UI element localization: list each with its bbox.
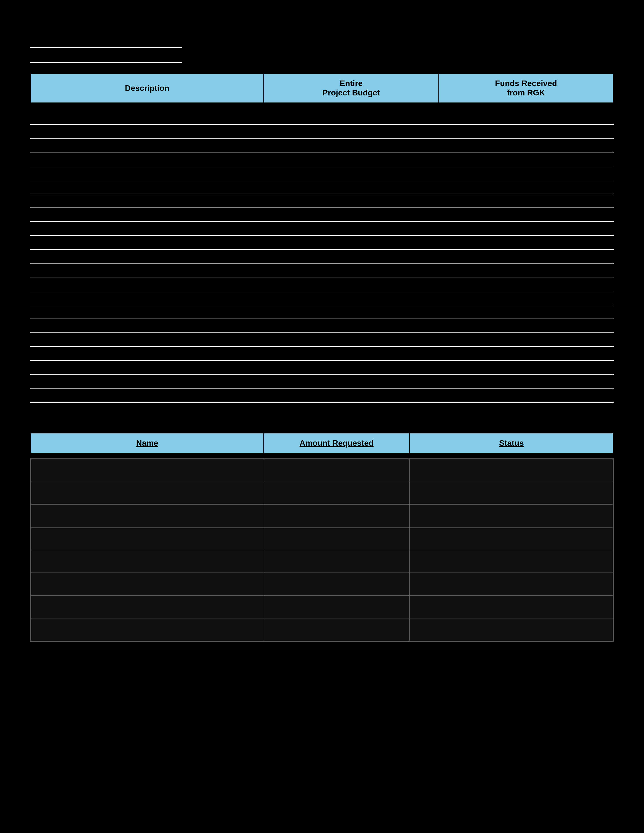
budget-desc-cell	[30, 180, 264, 194]
budget-row	[30, 319, 614, 333]
budget-desc-cell	[30, 291, 264, 305]
gap-section	[30, 413, 614, 433]
grant-status-cell	[409, 595, 613, 618]
budget-desc-cell	[30, 347, 264, 360]
rgk-amount-cell	[439, 263, 614, 277]
grant-amount-cell	[264, 595, 409, 618]
grant-name-cell	[31, 618, 264, 641]
grant-name-cell	[31, 527, 264, 550]
budget-row	[30, 291, 614, 305]
budget-row	[30, 194, 614, 208]
rgk-amount-cell	[439, 347, 614, 360]
grant-status-cell	[409, 505, 613, 527]
budget-desc-cell	[30, 208, 264, 222]
rgk-amount-cell	[439, 208, 614, 222]
rgk-amount-cell	[439, 152, 614, 166]
budget-amount-cell	[264, 374, 439, 388]
grants-row	[31, 550, 613, 573]
budget-desc-cell	[30, 194, 264, 208]
grants-row	[31, 459, 613, 482]
budget-data-table	[30, 111, 614, 403]
grant-amount-cell	[264, 527, 409, 550]
rgk-amount-cell	[439, 388, 614, 402]
amount-requested-header: Amount Requested	[264, 433, 409, 453]
rgk-amount-cell	[439, 374, 614, 388]
grant-amount-cell	[264, 550, 409, 573]
grants-data-section	[30, 458, 614, 642]
budget-amount-cell	[264, 166, 439, 180]
rgk-amount-cell	[439, 291, 614, 305]
budget-amount-cell	[264, 152, 439, 166]
grant-status-cell	[409, 550, 613, 573]
rgk-amount-cell	[439, 111, 614, 124]
budget-amount-cell	[264, 263, 439, 277]
rgk-amount-cell	[439, 235, 614, 249]
budget-desc-cell	[30, 138, 264, 152]
grants-data-table	[31, 459, 613, 641]
rgk-amount-cell	[439, 249, 614, 263]
rgk-amount-cell	[439, 138, 614, 152]
budget-desc-cell	[30, 374, 264, 388]
budget-row	[30, 152, 614, 166]
budget-amount-cell	[264, 305, 439, 319]
budget-amount-cell	[264, 360, 439, 374]
grant-amount-cell	[264, 618, 409, 641]
budget-row	[30, 124, 614, 138]
budget-desc-cell	[30, 152, 264, 166]
budget-amount-cell	[264, 208, 439, 222]
budget-row	[30, 388, 614, 402]
grant-name-cell	[31, 482, 264, 505]
budget-row	[30, 249, 614, 263]
rgk-header: Funds Received from RGK	[439, 74, 613, 103]
budget-header-table: Description Entire Project Budget Funds …	[30, 73, 614, 103]
budget-desc-cell	[30, 249, 264, 263]
budget-row	[30, 333, 614, 347]
budget-desc-cell	[30, 235, 264, 249]
budget-desc-cell	[30, 222, 264, 235]
grant-amount-cell	[264, 482, 409, 505]
budget-row	[30, 360, 614, 374]
budget-amount-cell	[264, 235, 439, 249]
budget-row	[30, 347, 614, 360]
budget-desc-cell	[30, 111, 264, 124]
grant-amount-cell	[264, 505, 409, 527]
grant-status-cell	[409, 482, 613, 505]
budget-amount-cell	[264, 249, 439, 263]
rgk-amount-cell	[439, 305, 614, 319]
budget-desc-cell	[30, 263, 264, 277]
budget-desc-cell	[30, 124, 264, 138]
grant-name-cell	[31, 505, 264, 527]
rgk-amount-cell	[439, 222, 614, 235]
budget-row	[30, 111, 614, 124]
grant-name-cell	[31, 459, 264, 482]
grants-row	[31, 573, 613, 595]
budget-row	[30, 263, 614, 277]
budget-amount-cell	[264, 194, 439, 208]
budget-row	[30, 222, 614, 235]
budget-amount-cell	[264, 138, 439, 152]
grants-row	[31, 505, 613, 527]
grant-name-cell	[31, 595, 264, 618]
budget-row	[30, 305, 614, 319]
grant-status-cell	[409, 618, 613, 641]
budget-desc-cell	[30, 166, 264, 180]
budget-amount-cell	[264, 388, 439, 402]
rgk-amount-cell	[439, 194, 614, 208]
budget-desc-cell	[30, 277, 264, 291]
grant-status-cell	[409, 527, 613, 550]
rgk-amount-cell	[439, 124, 614, 138]
budget-row	[30, 208, 614, 222]
description-header: Description	[31, 74, 264, 103]
grants-row	[31, 482, 613, 505]
budget-header: Entire Project Budget	[264, 74, 438, 103]
rgk-amount-cell	[439, 180, 614, 194]
grant-status-cell	[409, 459, 613, 482]
rgk-amount-cell	[439, 319, 614, 333]
grant-amount-cell	[264, 459, 409, 482]
budget-row	[30, 235, 614, 249]
top-line-1	[30, 35, 182, 48]
budget-desc-cell	[30, 360, 264, 374]
grant-name-cell	[31, 573, 264, 595]
rgk-amount-cell	[439, 333, 614, 347]
grants-row	[31, 527, 613, 550]
